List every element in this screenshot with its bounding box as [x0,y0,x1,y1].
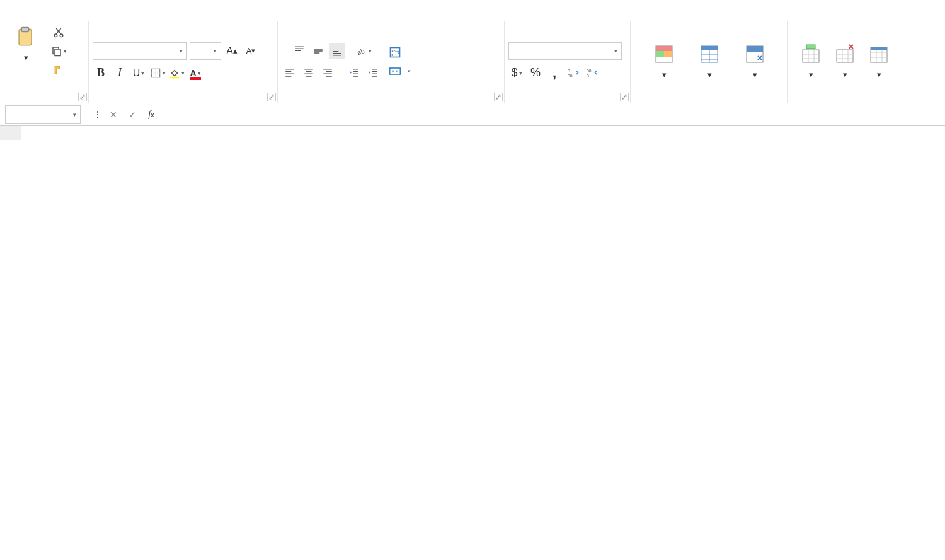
group-label [792,99,897,101]
svg-rect-26 [803,50,819,62]
cell-styles-button[interactable]: ▾ [733,41,776,83]
dialog-launcher-icon[interactable]: ⤢ [78,93,87,101]
dialog-launcher-icon[interactable]: ⤢ [494,93,503,101]
decrease-indent-icon[interactable] [346,64,362,81]
bold-button[interactable]: B [93,65,109,81]
svg-text:.00: .00 [585,69,592,73]
dialog-launcher-icon[interactable]: ⤢ [267,93,276,101]
svg-rect-19 [656,46,672,51]
svg-text:.0: .0 [566,69,570,73]
orientation-icon[interactable]: ab▾ [355,43,372,59]
format-as-table-button[interactable]: ▾ [688,41,731,83]
delete-cells-button[interactable]: ▾ [829,41,861,83]
svg-text:.00: .00 [566,73,573,77]
cut-button[interactable] [50,24,67,40]
name-box[interactable]: ▾ [5,105,81,124]
formula-more-icon[interactable]: ⋮ [93,106,103,123]
svg-rect-1 [21,27,28,31]
comma-icon[interactable]: , [546,65,563,81]
group-label [508,99,626,101]
svg-text:.0: .0 [585,73,589,77]
svg-text:ab: ab [356,47,365,56]
underline-button[interactable]: U▾ [130,65,147,81]
group-label [4,99,84,101]
align-left-icon[interactable] [282,64,298,81]
increase-indent-icon[interactable] [365,64,381,81]
group-label [634,99,784,101]
wrap-text-button[interactable]: abc [389,46,404,59]
svg-text:c: c [391,52,393,56]
paste-button[interactable]: ▾ [4,24,47,66]
merge-center-button[interactable]: ▾ [389,65,411,77]
increase-decimal-icon[interactable]: .0.00 [565,65,581,81]
cancel-formula-icon[interactable]: ✕ [105,106,122,123]
svg-point-2 [54,34,57,37]
align-middle-icon[interactable] [310,43,326,59]
svg-rect-27 [806,45,815,49]
copy-button[interactable]: ▾ [50,43,67,59]
enter-formula-icon[interactable]: ✓ [124,106,140,123]
format-cells-button[interactable]: ▾ [863,41,895,83]
ribbon: ▾ ▾ ⤢ ▾ ▾ A▴ A▾ B [0,21,945,103]
percent-icon[interactable]: % [527,65,544,81]
font-name-dropdown[interactable]: ▾ [93,42,187,60]
format-painter-button[interactable] [50,62,67,78]
align-bottom-icon[interactable] [329,43,345,59]
svg-rect-21 [664,51,672,57]
svg-point-3 [60,34,63,37]
fx-icon[interactable]: fx [143,106,159,123]
svg-rect-5 [55,49,60,56]
group-label [282,99,500,101]
decrease-font-icon[interactable]: A▾ [243,43,259,59]
select-all-corner[interactable] [0,126,21,140]
number-format-dropdown[interactable]: ▾ [508,42,622,60]
formula-bar: ▾ ⋮ ✕ ✓ fx [0,103,945,126]
ribbon-tabs [0,0,945,21]
currency-icon[interactable]: $▾ [508,65,525,81]
spreadsheet-grid[interactable] [0,126,945,140]
decrease-decimal-icon[interactable]: .00.0 [584,65,600,81]
svg-rect-30 [871,47,887,50]
group-label [93,99,273,101]
svg-rect-28 [837,50,853,62]
svg-rect-20 [656,51,664,57]
fill-color-button[interactable]: ▾ [168,65,185,81]
svg-rect-13 [390,68,401,74]
align-center-icon[interactable] [301,64,317,81]
svg-rect-7 [169,77,179,78]
italic-button[interactable]: I [112,65,128,81]
svg-rect-25 [747,46,763,52]
align-top-icon[interactable] [291,43,307,59]
conditional-formatting-button[interactable]: ▾ [643,41,685,83]
insert-cells-button[interactable]: ▾ [795,41,827,83]
borders-button[interactable]: ▾ [149,65,166,81]
align-right-icon[interactable] [319,64,336,81]
formula-input[interactable] [163,105,945,124]
font-size-dropdown[interactable]: ▾ [190,42,221,60]
font-color-button[interactable]: A▾ [187,65,203,81]
increase-font-icon[interactable]: A▴ [224,43,240,59]
dialog-launcher-icon[interactable]: ⤢ [620,93,629,101]
svg-rect-8 [190,77,201,80]
